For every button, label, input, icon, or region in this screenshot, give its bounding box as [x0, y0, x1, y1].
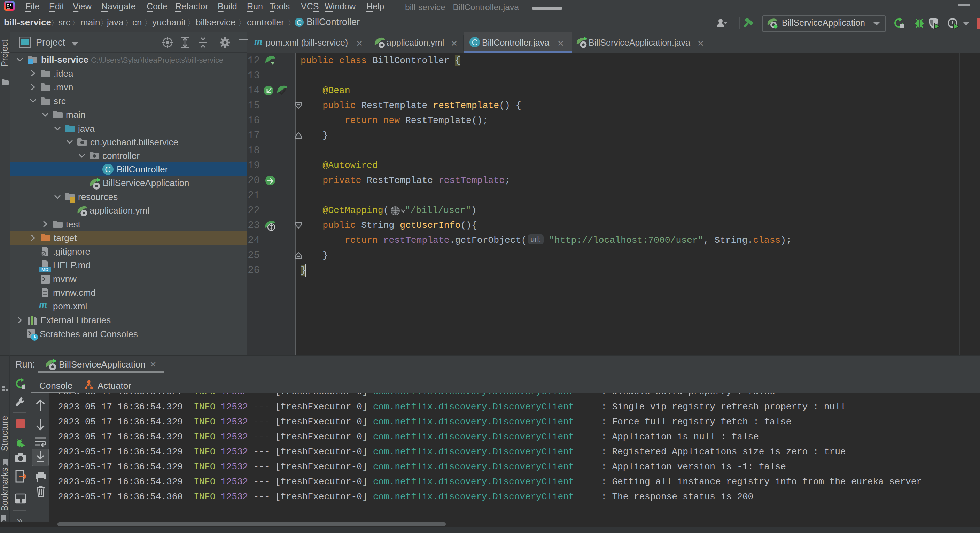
svg-text:C: C [105, 165, 111, 174]
svg-text:C: C [297, 19, 302, 27]
svg-text:C: C [472, 38, 478, 47]
